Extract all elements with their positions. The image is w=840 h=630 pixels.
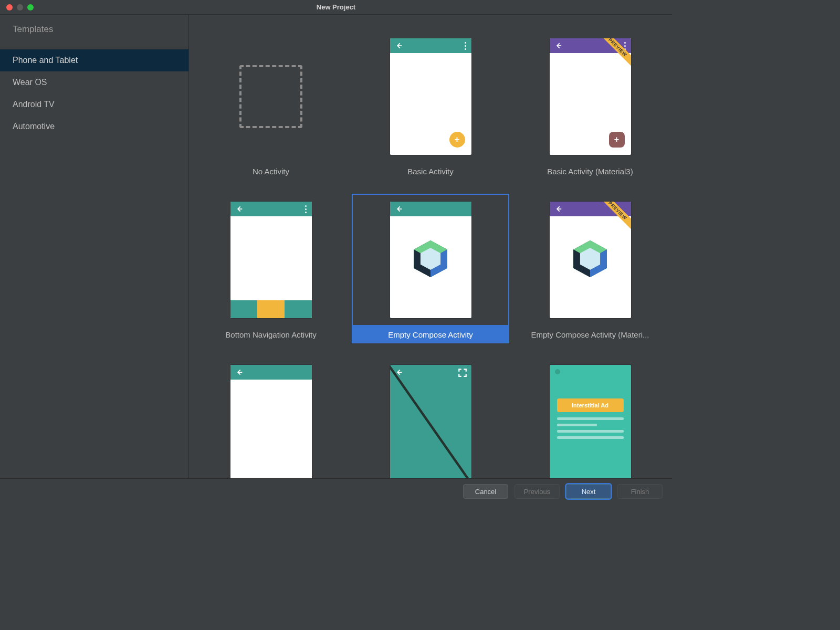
ad-button: Interstitial Ad xyxy=(557,398,624,412)
back-arrow-icon xyxy=(555,205,562,213)
template-category-sidebar: Templates Phone and Tablet Wear OS Andro… xyxy=(0,15,189,478)
sidebar-item-phone-tablet[interactable]: Phone and Tablet xyxy=(0,49,188,71)
finish-button: Finish xyxy=(617,484,663,499)
template-admob-activity[interactable]: Interstitial Ad xyxy=(511,357,669,478)
template-empty-compose[interactable]: Empty Compose Activity xyxy=(352,194,509,343)
appbar xyxy=(390,202,471,216)
template-label: Basic Activity xyxy=(352,163,509,180)
back-arrow-icon xyxy=(555,42,562,49)
template-basic-activity[interactable]: + Basic Activity xyxy=(352,30,509,180)
sidebar-item-label: Phone and Tablet xyxy=(13,56,78,65)
fab-icon: + xyxy=(609,132,625,148)
template-label: Bottom Navigation Activity xyxy=(192,326,350,343)
sidebar-item-label: Android TV xyxy=(13,100,55,109)
svg-line-10 xyxy=(390,365,471,478)
compose-logo-icon xyxy=(390,240,471,277)
sidebar-item-android-tv[interactable]: Android TV xyxy=(0,93,188,116)
next-button[interactable]: Next xyxy=(566,484,611,499)
back-arrow-icon xyxy=(395,205,403,213)
zoom-window-button[interactable] xyxy=(27,4,34,10)
new-project-window: New Project Templates Phone and Tablet W… xyxy=(0,0,672,504)
template-gallery: No Activity + Basic Activity xyxy=(189,15,672,478)
overflow-menu-icon xyxy=(305,205,307,213)
sidebar-item-automotive[interactable]: Automotive xyxy=(0,116,188,138)
window-title: New Project xyxy=(0,3,672,11)
appbar xyxy=(230,365,312,380)
previous-button: Previous xyxy=(514,484,560,499)
bottom-nav xyxy=(230,300,312,318)
compose-logo-icon xyxy=(550,240,631,277)
template-label: Empty Compose Activity xyxy=(352,326,509,343)
titlebar: New Project xyxy=(0,0,672,15)
template-bottom-navigation[interactable]: Bottom Navigation Activity xyxy=(192,194,350,343)
minimize-window-button[interactable] xyxy=(17,4,23,10)
template-empty-compose-m3[interactable]: PREVIEW Empty Compose Activity (Materi..… xyxy=(511,194,669,343)
overflow-menu-icon xyxy=(465,42,466,50)
status-dot-icon xyxy=(555,369,560,374)
template-empty-activity[interactable] xyxy=(192,357,350,478)
dialog-body: Templates Phone and Tablet Wear OS Andro… xyxy=(0,15,672,479)
sidebar-header: Templates xyxy=(0,24,188,49)
fab-icon: + xyxy=(449,132,465,148)
template-label: Basic Activity (Material3) xyxy=(511,163,669,180)
no-activity-icon xyxy=(239,65,302,128)
back-arrow-icon xyxy=(395,42,403,49)
template-label: Empty Compose Activity (Materi... xyxy=(511,326,669,343)
appbar xyxy=(390,38,471,53)
back-arrow-icon xyxy=(236,205,243,213)
template-no-activity[interactable]: No Activity xyxy=(192,30,350,180)
dialog-footer: Cancel Previous Next Finish xyxy=(0,479,672,504)
sidebar-item-label: Automotive xyxy=(13,122,55,131)
template-fullscreen-activity[interactable] xyxy=(352,357,509,478)
appbar xyxy=(230,202,312,216)
cancel-button[interactable]: Cancel xyxy=(463,484,508,499)
back-arrow-icon xyxy=(236,369,243,376)
placeholder-lines xyxy=(557,417,624,439)
close-window-button[interactable] xyxy=(6,4,13,10)
sidebar-item-wear-os[interactable]: Wear OS xyxy=(0,71,188,93)
sidebar-item-label: Wear OS xyxy=(13,78,47,87)
template-label: No Activity xyxy=(192,163,350,180)
template-basic-activity-m3[interactable]: + PREVIEW Basic Activity (Material3) xyxy=(511,30,669,180)
window-controls xyxy=(0,4,34,10)
